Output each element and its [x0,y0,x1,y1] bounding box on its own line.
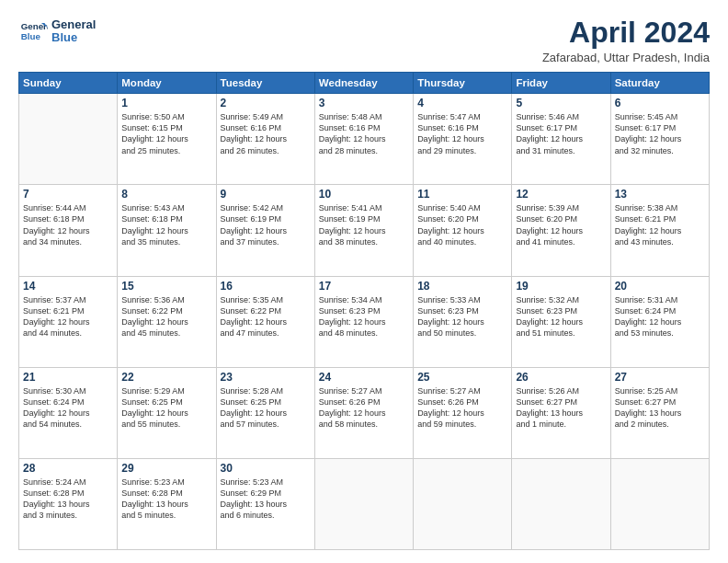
calendar-cell: 10Sunrise: 5:41 AM Sunset: 6:19 PM Dayli… [314,185,413,276]
day-number: 29 [121,462,211,475]
calendar-cell: 12Sunrise: 5:39 AM Sunset: 6:20 PM Dayli… [512,185,610,276]
calendar-cell: 5Sunrise: 5:46 AM Sunset: 6:17 PM Daylig… [512,94,610,185]
day-info: Sunrise: 5:35 AM Sunset: 6:22 PM Dayligh… [221,294,311,339]
day-header: Thursday [414,73,512,94]
day-info: Sunrise: 5:30 AM Sunset: 6:24 PM Dayligh… [23,385,113,431]
day-info: Sunrise: 5:44 AM Sunset: 6:18 PM Dayligh… [23,202,113,247]
logo-icon: General Blue [18,17,48,46]
day-info: Sunrise: 5:33 AM Sunset: 6:23 PM Dayligh… [417,294,507,339]
calendar-cell [314,458,413,549]
calendar-cell: 30Sunrise: 5:23 AM Sunset: 6:29 PM Dayli… [216,458,314,549]
header: General Blue General Blue April 2024 Zaf… [18,17,710,64]
day-info: Sunrise: 5:46 AM Sunset: 6:17 PM Dayligh… [516,111,606,156]
calendar-cell [610,458,709,549]
calendar-cell: 2Sunrise: 5:49 AM Sunset: 6:16 PM Daylig… [216,94,314,185]
calendar-cell: 7Sunrise: 5:44 AM Sunset: 6:18 PM Daylig… [19,185,118,276]
day-info: Sunrise: 5:50 AM Sunset: 6:15 PM Dayligh… [121,111,211,156]
day-number: 21 [23,371,113,384]
calendar-cell: 20Sunrise: 5:31 AM Sunset: 6:24 PM Dayli… [610,276,709,367]
logo-line2: Blue [51,31,96,44]
day-header: Monday [118,73,216,94]
title-block: April 2024 Zafarabad, Uttar Pradesh, Ind… [542,17,710,64]
calendar-cell: 28Sunrise: 5:24 AM Sunset: 6:28 PM Dayli… [19,458,118,549]
calendar-cell: 6Sunrise: 5:45 AM Sunset: 6:17 PM Daylig… [610,94,709,185]
day-header: Tuesday [216,73,314,94]
day-info: Sunrise: 5:38 AM Sunset: 6:21 PM Dayligh… [615,202,705,247]
day-number: 26 [516,371,606,384]
calendar-cell: 26Sunrise: 5:26 AM Sunset: 6:27 PM Dayli… [512,367,610,458]
day-number: 17 [319,280,409,293]
day-number: 24 [319,371,409,384]
day-header: Friday [512,73,610,94]
day-number: 4 [417,97,507,109]
day-info: Sunrise: 5:25 AM Sunset: 6:27 PM Dayligh… [615,385,705,431]
day-info: Sunrise: 5:37 AM Sunset: 6:21 PM Dayligh… [23,294,113,339]
calendar-cell: 3Sunrise: 5:48 AM Sunset: 6:16 PM Daylig… [314,94,413,185]
day-number: 10 [319,188,409,201]
day-number: 22 [121,371,211,384]
calendar-cell [19,94,118,185]
day-info: Sunrise: 5:40 AM Sunset: 6:20 PM Dayligh… [417,202,507,247]
month-title: April 2024 [542,17,710,49]
calendar-cell [512,458,610,549]
day-number: 14 [23,280,113,293]
calendar-cell: 24Sunrise: 5:27 AM Sunset: 6:26 PM Dayli… [314,367,413,458]
day-number: 5 [516,97,606,109]
calendar-cell [414,458,512,549]
logo: General Blue General Blue [18,17,96,46]
calendar-cell: 25Sunrise: 5:27 AM Sunset: 6:26 PM Dayli… [414,367,512,458]
week-row: 1Sunrise: 5:50 AM Sunset: 6:15 PM Daylig… [19,94,710,185]
day-info: Sunrise: 5:24 AM Sunset: 6:28 PM Dayligh… [23,477,113,522]
day-number: 9 [221,188,311,201]
calendar-cell: 29Sunrise: 5:23 AM Sunset: 6:28 PM Dayli… [118,458,216,549]
day-info: Sunrise: 5:43 AM Sunset: 6:18 PM Dayligh… [121,202,211,247]
day-info: Sunrise: 5:34 AM Sunset: 6:23 PM Dayligh… [319,294,409,339]
calendar-cell: 18Sunrise: 5:33 AM Sunset: 6:23 PM Dayli… [414,276,512,367]
day-info: Sunrise: 5:23 AM Sunset: 6:29 PM Dayligh… [221,477,311,522]
day-info: Sunrise: 5:49 AM Sunset: 6:16 PM Dayligh… [221,111,311,156]
day-info: Sunrise: 5:23 AM Sunset: 6:28 PM Dayligh… [121,477,211,522]
day-number: 7 [23,188,113,201]
day-header: Sunday [19,73,118,94]
calendar-table: SundayMondayTuesdayWednesdayThursdayFrid… [18,72,710,550]
calendar-cell: 9Sunrise: 5:42 AM Sunset: 6:19 PM Daylig… [216,185,314,276]
day-number: 19 [516,280,606,293]
week-row: 21Sunrise: 5:30 AM Sunset: 6:24 PM Dayli… [19,367,710,458]
svg-text:Blue: Blue [21,31,41,41]
calendar-cell: 19Sunrise: 5:32 AM Sunset: 6:23 PM Dayli… [512,276,610,367]
day-info: Sunrise: 5:27 AM Sunset: 6:26 PM Dayligh… [319,385,409,431]
day-number: 15 [121,280,211,293]
week-row: 28Sunrise: 5:24 AM Sunset: 6:28 PM Dayli… [19,458,710,549]
day-info: Sunrise: 5:27 AM Sunset: 6:26 PM Dayligh… [417,385,507,431]
day-number: 3 [319,97,409,109]
day-info: Sunrise: 5:42 AM Sunset: 6:19 PM Dayligh… [221,202,311,247]
day-number: 1 [121,97,211,109]
week-row: 14Sunrise: 5:37 AM Sunset: 6:21 PM Dayli… [19,276,710,367]
week-row: 7Sunrise: 5:44 AM Sunset: 6:18 PM Daylig… [19,185,710,276]
day-info: Sunrise: 5:31 AM Sunset: 6:24 PM Dayligh… [615,294,705,339]
day-info: Sunrise: 5:41 AM Sunset: 6:19 PM Dayligh… [319,202,409,247]
calendar-cell: 16Sunrise: 5:35 AM Sunset: 6:22 PM Dayli… [216,276,314,367]
calendar-cell: 8Sunrise: 5:43 AM Sunset: 6:18 PM Daylig… [118,185,216,276]
calendar-cell: 21Sunrise: 5:30 AM Sunset: 6:24 PM Dayli… [19,367,118,458]
day-info: Sunrise: 5:47 AM Sunset: 6:16 PM Dayligh… [417,111,507,156]
day-info: Sunrise: 5:32 AM Sunset: 6:23 PM Dayligh… [516,294,606,339]
day-number: 30 [221,462,311,475]
day-number: 27 [615,371,705,384]
day-number: 23 [221,371,311,384]
day-header: Wednesday [314,73,413,94]
calendar-cell: 11Sunrise: 5:40 AM Sunset: 6:20 PM Dayli… [414,185,512,276]
calendar-cell: 27Sunrise: 5:25 AM Sunset: 6:27 PM Dayli… [610,367,709,458]
day-number: 2 [221,97,311,109]
calendar-cell: 14Sunrise: 5:37 AM Sunset: 6:21 PM Dayli… [19,276,118,367]
day-number: 25 [417,371,507,384]
day-header: Saturday [610,73,709,94]
calendar-header-row: SundayMondayTuesdayWednesdayThursdayFrid… [19,73,710,94]
svg-text:General: General [21,21,48,31]
day-info: Sunrise: 5:48 AM Sunset: 6:16 PM Dayligh… [319,111,409,156]
calendar-cell: 13Sunrise: 5:38 AM Sunset: 6:21 PM Dayli… [610,185,709,276]
day-info: Sunrise: 5:36 AM Sunset: 6:22 PM Dayligh… [121,294,211,339]
day-number: 20 [615,280,705,293]
day-info: Sunrise: 5:29 AM Sunset: 6:25 PM Dayligh… [121,385,211,431]
calendar-cell: 4Sunrise: 5:47 AM Sunset: 6:16 PM Daylig… [414,94,512,185]
